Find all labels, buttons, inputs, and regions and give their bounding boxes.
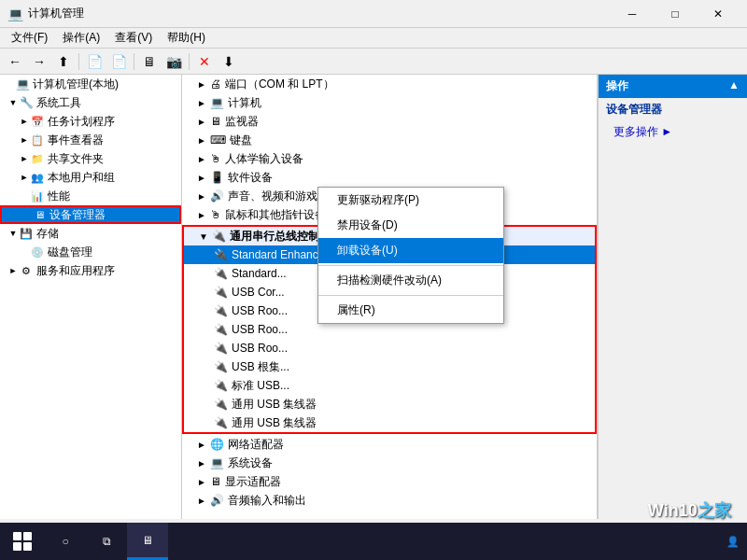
users-label: 本地用户和组 xyxy=(48,170,115,186)
tree-system-tools[interactable]: ▼ 🔧 系统工具 xyxy=(0,93,181,112)
dev-usb-label: 通用串行总线控制器 xyxy=(230,229,331,245)
ops-section: 设备管理器 xyxy=(599,98,747,121)
dev-network[interactable]: ► 🌐 网络适配器 xyxy=(182,435,597,454)
systools-label: 系统工具 xyxy=(36,95,81,111)
minimize-button[interactable]: ─ xyxy=(611,0,654,28)
ops-header-text: 操作 xyxy=(606,79,628,92)
wm-text1: Win10 xyxy=(648,501,698,520)
taskbar-app-icon: 🖥 xyxy=(142,534,153,547)
devmgr-label: 设备管理器 xyxy=(49,207,106,223)
dev-usb-hub1-label: 通用 USB 集线器 xyxy=(232,397,317,413)
ctx-scan-hardware[interactable]: 扫描检测硬件改动(A) xyxy=(318,268,503,293)
dev-usb-6[interactable]: 🔌 USB Roo... xyxy=(184,339,595,357)
dev-mouse-label: 鼠标和其他指针设备 xyxy=(225,207,326,223)
dev-usb-7[interactable]: 🔌 USB 根集... xyxy=(184,357,595,376)
view2-button[interactable]: 📷 xyxy=(162,51,185,72)
context-menu: 更新驱动程序(P) 禁用设备(D) 卸载设备(U) 扫描检测硬件改动(A) 属性… xyxy=(317,187,504,324)
root-label: 计算机管理(本地) xyxy=(33,77,119,92)
dev-computer[interactable]: ► 💻 计算机 xyxy=(182,93,597,112)
dev-network-label: 网络适配器 xyxy=(228,437,284,453)
ctx-disable-device[interactable]: 禁用设备(D) xyxy=(318,213,503,238)
back-button[interactable]: ← xyxy=(4,51,26,72)
expand-button[interactable]: 📄 xyxy=(107,51,130,72)
dev-monitor-label: 监视器 xyxy=(225,114,259,130)
menu-view[interactable]: 查看(V) xyxy=(107,28,160,48)
taskbar: ○ ⧉ 🖥 👤 xyxy=(0,523,747,560)
ctx-properties[interactable]: 属性(R) xyxy=(318,298,503,323)
close-button[interactable]: ✕ xyxy=(697,0,740,28)
tree-storage[interactable]: ▼ 💾 存储 xyxy=(0,224,181,243)
dev-keyboard-label: 键盘 xyxy=(230,133,252,148)
users-arrow: ► xyxy=(19,172,30,183)
dev-usb-8-label: 标准 USB... xyxy=(232,378,289,394)
dev-hid[interactable]: ► 🖱 人体学输入设备 xyxy=(182,149,597,168)
svc-arrow: ► xyxy=(7,265,19,276)
dev-software-label: 软件设备 xyxy=(228,170,273,186)
shared-label: 共享文件夹 xyxy=(48,151,104,167)
task-view-button[interactable]: ⧉ xyxy=(86,523,127,560)
ops-more-actions[interactable]: 更多操作 ► xyxy=(599,121,747,143)
systools-arrow: ▼ xyxy=(7,97,19,108)
task-icon: 📅 xyxy=(30,114,45,129)
ops-section-text: 设备管理器 xyxy=(606,103,662,116)
dev-usb-8[interactable]: 🔌 标准 USB... xyxy=(184,376,595,395)
ctx-sep-1 xyxy=(318,265,503,266)
tree-shared-folders[interactable]: ► 📁 共享文件夹 xyxy=(0,149,181,168)
up-button[interactable]: ⬆ xyxy=(52,51,75,72)
forward-button[interactable]: → xyxy=(28,51,50,72)
wm-text2: 之家 xyxy=(698,501,731,520)
search-button[interactable]: ○ xyxy=(45,523,86,560)
devmgr-icon: 🖥 xyxy=(32,207,47,222)
tree-performance[interactable]: 📊 性能 xyxy=(0,187,181,205)
storage-icon: 💾 xyxy=(19,226,34,241)
ops-collapse[interactable]: ▲ xyxy=(728,78,740,91)
dev-sys-label: 系统设备 xyxy=(228,455,273,471)
dev-sys-devices[interactable]: ► 💻 系统设备 xyxy=(182,454,597,472)
download-button[interactable]: ⬇ xyxy=(218,51,240,72)
ops-panel: 操作 ▲ 设备管理器 更多操作 ► xyxy=(598,75,747,519)
show-hide-button[interactable]: 📄 xyxy=(83,51,106,72)
menu-action[interactable]: 操作(A) xyxy=(55,28,107,48)
dev-monitor[interactable]: ► 🖥 监视器 xyxy=(182,112,597,131)
ctx-update-driver[interactable]: 更新驱动程序(P) xyxy=(318,188,503,213)
dev-computer-label: 计算机 xyxy=(228,95,261,111)
perf-arrow xyxy=(19,190,30,202)
delete-button[interactable]: ✕ xyxy=(193,51,216,72)
tree-services[interactable]: ► ⚙ 服务和应用程序 xyxy=(0,261,181,280)
menu-help[interactable]: 帮助(H) xyxy=(160,28,213,48)
windows-logo xyxy=(13,532,32,551)
tree-root[interactable]: 💻 计算机管理(本地) xyxy=(0,75,181,93)
ops-header: 操作 ▲ xyxy=(599,75,747,98)
event-icon: 📋 xyxy=(30,133,45,147)
dev-ports[interactable]: ► 🖨 端口（COM 和 LPT） xyxy=(182,75,597,93)
disk-icon: 💿 xyxy=(30,245,45,259)
dev-usb-7-label: USB 根集... xyxy=(232,359,289,375)
dev-ports-label: 端口（COM 和 LPT） xyxy=(225,77,334,92)
tree-event-viewer[interactable]: ► 📋 事件查看器 xyxy=(0,131,181,149)
dev-keyboard[interactable]: ► ⌨ 键盘 xyxy=(182,131,597,149)
menu-file[interactable]: 文件(F) xyxy=(4,28,55,48)
computer-mgmt-taskbar[interactable]: 🖥 xyxy=(127,523,168,560)
storage-arrow: ▼ xyxy=(7,228,19,239)
dev-audio-out[interactable]: ► 🔊 音频输入和输出 xyxy=(182,491,597,510)
perf-label: 性能 xyxy=(48,189,70,204)
taskbar-person-icon: 👤 xyxy=(726,536,740,548)
tree-disk-mgmt[interactable]: 💿 磁盘管理 xyxy=(0,243,181,261)
start-button[interactable] xyxy=(0,523,45,560)
ctx-uninstall-device[interactable]: 卸载设备(U) xyxy=(318,238,503,263)
svc-label: 服务和应用程序 xyxy=(36,263,115,279)
maximize-button[interactable]: □ xyxy=(654,0,697,28)
dev-usb-hub1[interactable]: 🔌 通用 USB 集线器 xyxy=(184,395,595,413)
dev-software[interactable]: ► 📱 软件设备 xyxy=(182,168,597,187)
dev-usb-hub2-label: 通用 USB 集线器 xyxy=(232,415,317,431)
systools-icon: 🔧 xyxy=(19,95,34,110)
tree-task-scheduler[interactable]: ► 📅 任务计划程序 xyxy=(0,112,181,131)
taskbar-right: 👤 xyxy=(726,536,747,548)
tree-device-manager[interactable]: 🖥 设备管理器 xyxy=(0,205,181,224)
disk-label: 磁盘管理 xyxy=(48,245,92,260)
view1-button[interactable]: 🖥 xyxy=(138,51,161,72)
tree-local-users[interactable]: ► 👥 本地用户和组 xyxy=(0,168,181,187)
dev-usb-hub2[interactable]: 🔌 通用 USB 集线器 xyxy=(184,413,595,432)
dev-display[interactable]: ► 🖥 显示适配器 xyxy=(182,472,597,491)
task-arrow: ► xyxy=(19,116,30,127)
